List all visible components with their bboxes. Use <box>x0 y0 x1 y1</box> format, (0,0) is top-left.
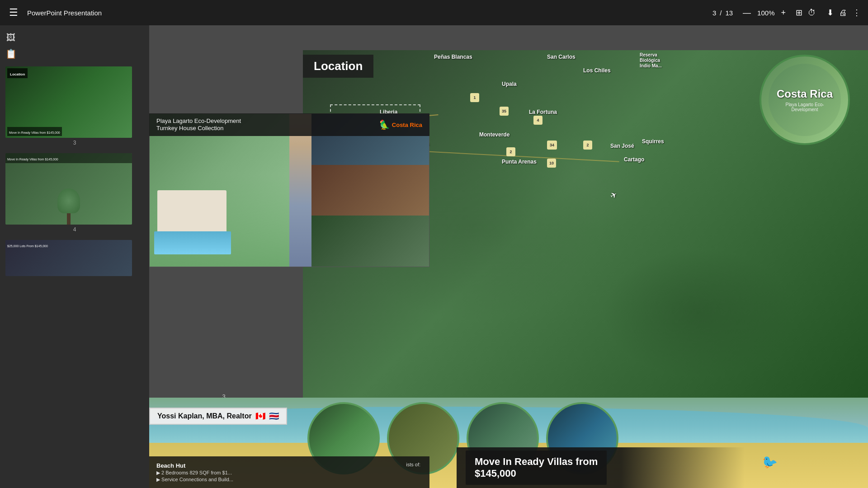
map-route-badge-4: 2 <box>506 147 515 156</box>
download-icon[interactable]: ⬇ <box>827 8 834 18</box>
header-cr-logo: 🦜 Costa Rica <box>379 119 422 130</box>
property-detail-2: ▶ Service Connections and Build... <box>156 477 422 483</box>
fit-icon[interactable]: ⊞ <box>796 8 802 18</box>
slide-num-4: 4 <box>5 226 144 233</box>
video-thumbnails <box>311 114 429 267</box>
video-background <box>150 114 429 267</box>
header-title-line2: Turnkey House Collection <box>156 125 241 132</box>
canada-flag-icon: 🇨🇦 <box>255 411 265 421</box>
page-separator: / <box>720 9 722 17</box>
location-title-box: Location <box>303 55 373 78</box>
map-route-badge-7: 10 <box>547 159 556 168</box>
banner-text-block: Move In Ready Villas from $145,000 <box>466 450 607 485</box>
content-area: 🐦 Location ✈ ✈ 81 KM ★ <box>149 25 868 488</box>
slide-num-3: 3 <box>5 140 144 146</box>
header-cr-text: Costa Rica <box>392 122 422 128</box>
page-current: 3 <box>712 9 716 17</box>
sidebar-toolbar: 🖼 📋 <box>0 29 149 63</box>
header-title-line1: Playa Lagarto Eco-Development <box>156 117 241 125</box>
slide-header-title: Playa Lagarto Eco-Development Turnkey Ho… <box>156 117 241 131</box>
banner-title: Move In Ready Villas from <box>475 456 598 468</box>
realtor-name: Yossi Kaplan, MBA, Realtor <box>157 412 252 420</box>
video-info-bar: Beach Hut ▶ 2 Bedrooms 829 SQF from $1..… <box>149 456 429 488</box>
video-overlay <box>149 113 429 267</box>
costa-rica-flag-icon: 🇨🇷 <box>269 411 279 421</box>
more-options-icon[interactable]: ⋮ <box>853 8 861 18</box>
zoom-level: 100% <box>757 9 774 17</box>
map-route-badge-8: 2 <box>583 141 592 150</box>
slide-content: Location ✈ ✈ 81 KM ★ Peñas Blancas San C… <box>149 50 868 488</box>
print-icon[interactable]: 🖨 <box>839 8 847 18</box>
top-bar: ☰ PowerPoint Presentation 3 / 13 — 100% … <box>0 0 868 25</box>
history-icon[interactable]: ⏱ <box>808 8 816 18</box>
move-in-banner: Move In Ready Villas from $145,000 <box>457 447 868 488</box>
app-title: PowerPoint Presentation <box>27 9 705 17</box>
map-route-badge-1: 1 <box>470 93 479 102</box>
page-total: 13 <box>725 9 733 17</box>
zoom-decrease-button[interactable]: — <box>740 7 754 19</box>
property-detail-1: ▶ 2 Bedrooms 829 SQF from $1... <box>156 470 422 476</box>
page-navigation: 3 / 13 <box>712 9 733 17</box>
realtor-label: Yossi Kaplan, MBA, Realtor 🇨🇦 🇨🇷 <box>149 408 287 425</box>
outline-view-icon[interactable]: 📋 <box>4 47 18 61</box>
thumb-image-3 <box>311 216 429 267</box>
house-image-left <box>150 114 303 267</box>
slide-thumbnail-4[interactable]: Move In Ready Villas from $145,000 4 <box>0 150 149 236</box>
slide-panel: 🖼 📋 Location Move In Ready Villas from $… <box>0 25 149 488</box>
main-area: 🖼 📋 Location Move In Ready Villas from $… <box>0 25 868 488</box>
consists-label: ists of: <box>406 462 420 467</box>
property-title: Beach Hut <box>156 462 422 469</box>
slide-thumbnail-5[interactable]: $25,000 Lots From $145,000 <box>0 236 149 280</box>
zoom-increase-button[interactable]: + <box>778 7 788 19</box>
map-route-badge-2: 35 <box>500 107 509 116</box>
location-title-text: Location <box>314 59 363 73</box>
menu-icon[interactable]: ☰ <box>7 5 20 20</box>
slide-thumbnail-3[interactable]: Location Move In Ready Villas from $145,… <box>0 63 149 150</box>
banner-price: $145,000 <box>475 468 598 479</box>
cr-bird-icon: 🦜 <box>379 119 390 130</box>
slide-header-bar: Playa Lagarto Eco-Development Turnkey Ho… <box>149 113 429 136</box>
topbar-right-icons: ⊞ ⏱ ⬇ 🖨 ⋮ <box>796 8 861 18</box>
map-route-badge-5: 4 <box>533 116 542 125</box>
costa-rica-logo-circle: Costa Rica Playa Lagarto Eco-Development <box>760 55 850 145</box>
zoom-controls: — 100% + <box>740 7 788 19</box>
thumb-image-2 <box>311 165 429 216</box>
slide-view-icon[interactable]: 🖼 <box>4 31 18 45</box>
map-route-badge-6: 34 <box>547 141 557 150</box>
cr-logo-sub: Playa Lagarto Eco-Development <box>776 102 834 112</box>
cr-logo-text: Costa Rica <box>777 88 833 100</box>
